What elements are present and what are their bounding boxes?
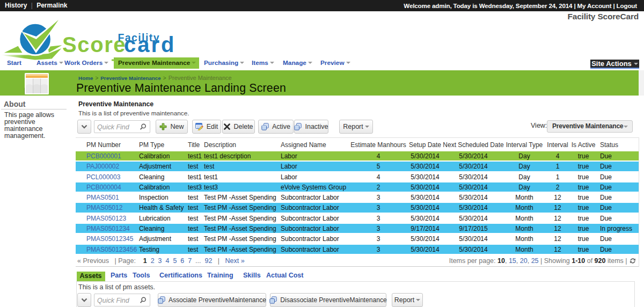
svg-text:Facility: Facility bbox=[118, 32, 160, 43]
svg-text:Score: Score bbox=[62, 33, 126, 56]
